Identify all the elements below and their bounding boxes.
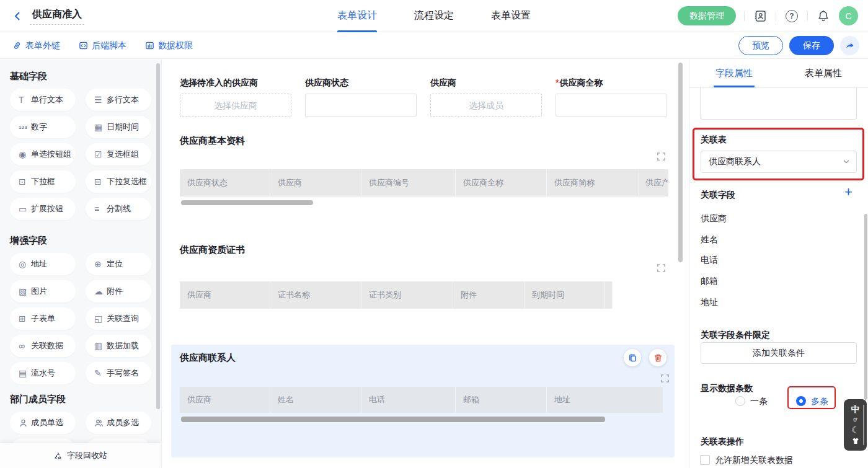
divider (776, 11, 776, 21)
contacts-icon[interactable] (753, 9, 768, 24)
tool-link-label: 表单外链 (25, 40, 60, 51)
horizontal-scrollbar[interactable] (181, 417, 605, 422)
relation-field-item[interactable]: 地址 (701, 297, 718, 308)
form-external-link-button[interactable]: 表单外链 (12, 40, 60, 51)
sidebar-item-relation-query[interactable]: ◱关联查询 (86, 307, 151, 330)
divider-icon: ≡ (94, 204, 107, 214)
sidebar-item-extend-button[interactable]: ▭扩展按钮 (10, 198, 76, 220)
input-method-widget[interactable]: 中 ơ ☾ (844, 399, 867, 451)
dropdown-icon: ⊡ (19, 177, 31, 187)
tab-flow-setting[interactable]: 流程设定 (414, 0, 454, 32)
ime-halfwidth-moon-icon[interactable]: ☾ (851, 425, 859, 434)
relation-field-item[interactable]: 姓名 (701, 234, 718, 245)
copy-button[interactable] (624, 349, 641, 366)
radio-single-label[interactable]: 一条 (750, 396, 768, 407)
sidebar-item-signature[interactable]: ✎手写签名 (86, 362, 151, 384)
data-manage-button[interactable]: 数据管理 (678, 6, 736, 25)
allow-add-checkbox[interactable] (700, 455, 710, 465)
allow-add-label[interactable]: 允许新增关联表数据 (715, 455, 793, 466)
required-mark: * (556, 77, 559, 87)
supplier-fullname-field[interactable] (556, 94, 667, 117)
sidebar-item-checkbox-group[interactable]: ☑复选框组 (86, 143, 151, 166)
column-header: 电话 (361, 387, 456, 413)
column-header: 供应产 (639, 169, 668, 196)
tab-form-design[interactable]: 表单设计 (337, 0, 377, 32)
help-icon[interactable]: ? (784, 9, 799, 24)
relation-table-value: 供应商联系人 (709, 156, 761, 167)
radio-multi[interactable] (796, 396, 806, 406)
sidebar-item-multi-line-text[interactable]: ☰多行文本 (86, 89, 151, 111)
back-button[interactable] (10, 9, 25, 24)
sidebar-item-multi-dropdown[interactable]: ⊟下拉复选框 (86, 170, 151, 193)
field-name-input-partial[interactable] (700, 88, 857, 120)
ime-lang-indicator[interactable]: 中 (851, 405, 860, 413)
select-supplier-field[interactable] (180, 94, 291, 117)
link-icon (12, 41, 22, 50)
add-relation-field-button[interactable]: + (844, 186, 852, 198)
save-button[interactable]: 保存 (789, 36, 834, 55)
radio-multi-label[interactable]: 多条 (811, 396, 828, 407)
sidebar-item-divider-line[interactable]: ≡分割线 (86, 198, 151, 220)
sidebar-scrollbar[interactable] (156, 63, 160, 409)
data-permission-button[interactable]: 数据权限 (145, 40, 193, 51)
tab-field-properties[interactable]: 字段属性 (689, 60, 779, 87)
sidebar-item-serial-number[interactable]: ▤流水号 (10, 362, 76, 384)
sidebar-item-image[interactable]: ▧图片 (10, 280, 76, 302)
bell-icon[interactable] (816, 9, 831, 24)
number-icon: 123 (19, 125, 31, 130)
subform-basic-info-header: 供应商状态 供应商 供应商编号 供应商全称 供应商简称 供应产 (180, 169, 668, 196)
relation-field-item[interactable]: 电话 (701, 255, 718, 266)
avatar[interactable]: C (839, 6, 858, 25)
app-header: 供应商准入 表单设计 流程设定 表单设置 数据管理 ? C (0, 0, 868, 32)
sidebar-item-datetime[interactable]: ▦日期时间 (86, 116, 151, 138)
sidebar-item-locate[interactable]: ⊕定位 (86, 253, 151, 275)
delete-button[interactable] (649, 349, 666, 366)
sidebar-item-single-line-text[interactable]: T单行文本 (10, 89, 76, 111)
radio-single[interactable] (735, 396, 745, 406)
field-recycle-bin[interactable]: 字段回收站 (0, 443, 161, 468)
item-label: 关联查询 (107, 313, 139, 324)
supplier-member-field[interactable] (430, 94, 542, 117)
tab-form-properties[interactable]: 表单属性 (779, 60, 868, 87)
panel-scrollbar[interactable] (864, 214, 867, 400)
sidebar-item-dropdown[interactable]: ⊡下拉框 (10, 170, 76, 193)
sidebar-item-relation-data[interactable]: ∞关联数据 (10, 335, 76, 357)
add-condition-button[interactable]: 添加关联条件 (701, 342, 857, 364)
item-label: 数字 (31, 121, 47, 133)
sidebar-item-subform[interactable]: ⊞子表单 (10, 307, 76, 330)
column-header: 邮箱 (456, 387, 547, 413)
subform-contacts-selected[interactable]: 供应商联系人 供应商 姓名 电话 邮箱 地址 (171, 345, 675, 457)
column-header: 姓名 (270, 387, 361, 413)
sidebar-item-member-single[interactable]: 成员单选 (10, 412, 76, 434)
sidebar-item-attachment[interactable]: ☁附件 (86, 280, 151, 302)
supplier-status-field[interactable] (305, 94, 417, 117)
chart-icon: ▥ (94, 341, 107, 351)
sidebar-item-address[interactable]: ◎地址 (10, 253, 76, 275)
tab-form-settings[interactable]: 表单设置 (491, 0, 531, 32)
item-label: 定位 (107, 258, 123, 270)
sidebar-item-member-multi[interactable]: 成员多选 (86, 412, 151, 434)
relation-field-item[interactable]: 供应商 (701, 213, 727, 224)
relation-field-item[interactable]: 邮箱 (701, 276, 718, 287)
preview-button[interactable]: 预览 (738, 36, 783, 55)
horizontal-scrollbar[interactable] (181, 200, 313, 205)
canvas-scrollbar[interactable] (678, 63, 683, 262)
header-tabs: 表单设计 流程设定 表单设置 (337, 0, 531, 32)
expand-icon[interactable] (657, 263, 666, 275)
pin-icon: ◎ (19, 259, 31, 269)
page-title[interactable]: 供应商准入 (30, 7, 84, 25)
backend-script-button[interactable]: 后端脚本 (79, 40, 126, 51)
expand-icon[interactable] (657, 152, 666, 164)
sidebar-item-data-load[interactable]: ▥数据加载 (86, 335, 151, 357)
sidebar-item-radio-group[interactable]: ◉单选按钮组 (10, 143, 76, 166)
ime-handle[interactable] (863, 405, 864, 445)
ime-punctuation-icon[interactable]: ơ (853, 417, 857, 423)
field-label: 供应商状态 (305, 77, 348, 89)
display-count-label: 显示数据条数 (701, 383, 753, 394)
ime-skin-icon[interactable] (851, 437, 860, 445)
sidebar-item-number[interactable]: 123数字 (10, 116, 76, 138)
share-button[interactable] (840, 36, 859, 55)
relation-fields-label: 关联字段 (701, 190, 735, 201)
relation-table-select[interactable]: 供应商联系人 (701, 151, 857, 173)
expand-icon[interactable] (660, 374, 670, 386)
